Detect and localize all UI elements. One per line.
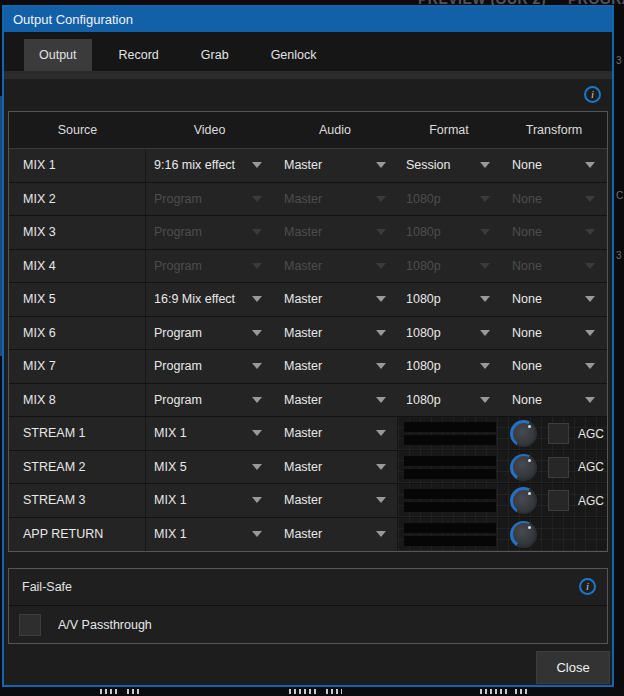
video-dropdown[interactable]: Program xyxy=(146,183,273,216)
table-row: MIX 8 Program Master 1080p None xyxy=(9,384,607,418)
volume-knob[interactable] xyxy=(510,487,537,514)
output-table: Source Video Audio Format Transform MIX … xyxy=(8,111,608,552)
close-button[interactable]: Close xyxy=(536,651,610,684)
chevron-down-icon xyxy=(252,464,262,470)
chevron-down-icon xyxy=(376,196,386,202)
tab-record[interactable]: Record xyxy=(104,39,174,71)
video-dropdown[interactable]: Program xyxy=(146,250,273,283)
chevron-down-icon xyxy=(376,330,386,336)
tab-output[interactable]: Output xyxy=(24,39,92,71)
audio-level-meter xyxy=(404,489,496,512)
audio-dropdown[interactable]: Master xyxy=(273,250,397,283)
video-dropdown[interactable]: MIX 1 xyxy=(146,518,273,552)
column-header-source: Source xyxy=(9,112,146,148)
transform-dropdown[interactable]: None xyxy=(501,183,607,216)
audio-dropdown[interactable]: Master xyxy=(273,183,397,216)
chevron-down-icon xyxy=(585,263,595,269)
info-icon[interactable]: i xyxy=(579,578,596,595)
audio-level-meter xyxy=(404,523,496,546)
audio-control-zone: AGC xyxy=(397,484,607,517)
info-icon[interactable]: i xyxy=(584,86,601,103)
chevron-down-icon xyxy=(480,397,490,403)
background-artifact: 3 xyxy=(616,250,622,261)
format-dropdown[interactable]: 1080p xyxy=(397,350,501,383)
chevron-down-icon xyxy=(252,397,262,403)
table-header-row: Source Video Audio Format Transform xyxy=(9,112,607,149)
source-label: STREAM 2 xyxy=(9,451,146,484)
volume-knob[interactable] xyxy=(510,420,537,447)
transform-dropdown[interactable]: None xyxy=(501,250,607,283)
transform-dropdown[interactable]: None xyxy=(501,283,607,316)
audio-dropdown[interactable]: Master xyxy=(273,283,397,316)
chevron-down-icon xyxy=(585,162,595,168)
chevron-down-icon xyxy=(376,162,386,168)
background-meter-strip xyxy=(0,687,624,696)
video-dropdown[interactable]: Program xyxy=(146,350,273,383)
column-header-video: Video xyxy=(146,112,273,148)
dialog-titlebar: Output Configuration xyxy=(4,7,612,32)
volume-knob[interactable] xyxy=(510,454,537,481)
chevron-down-icon xyxy=(585,296,595,302)
agc-checkbox[interactable] xyxy=(548,490,569,511)
tab-bar: Output Record Grab Genlock xyxy=(4,32,612,71)
table-row: APP RETURN MIX 1 Master xyxy=(9,518,607,552)
audio-dropdown[interactable]: Master xyxy=(273,484,397,517)
table-row: STREAM 3 MIX 1 Master AGC xyxy=(9,484,607,518)
transform-dropdown[interactable]: None xyxy=(501,149,607,182)
audio-dropdown[interactable]: Master xyxy=(273,384,397,417)
transform-dropdown[interactable]: None xyxy=(501,350,607,383)
tab-genlock[interactable]: Genlock xyxy=(256,39,332,71)
source-label: STREAM 3 xyxy=(9,484,146,517)
chevron-down-icon xyxy=(252,296,262,302)
format-dropdown[interactable]: 1080p xyxy=(397,183,501,216)
failsafe-panel: Fail-Safe i A/V Passthrough xyxy=(8,568,608,644)
chevron-down-icon xyxy=(585,330,595,336)
video-dropdown[interactable]: MIX 5 xyxy=(146,451,273,484)
audio-dropdown[interactable]: Master xyxy=(273,317,397,350)
output-configuration-dialog: Output Configuration Output Record Grab … xyxy=(2,5,614,687)
video-dropdown[interactable]: 16:9 Mix effect xyxy=(146,283,273,316)
transform-dropdown[interactable]: None xyxy=(501,216,607,249)
video-dropdown[interactable]: Program xyxy=(146,216,273,249)
audio-level-meter xyxy=(404,422,496,445)
chevron-down-icon xyxy=(252,330,262,336)
video-dropdown[interactable]: 9:16 mix effect xyxy=(146,149,273,182)
volume-knob[interactable] xyxy=(510,521,537,548)
transform-dropdown[interactable]: None xyxy=(501,384,607,417)
chevron-down-icon xyxy=(376,263,386,269)
table-row: MIX 1 9:16 mix effect Master Session Non… xyxy=(9,149,607,183)
table-row: MIX 6 Program Master 1080p None xyxy=(9,317,607,351)
video-dropdown[interactable]: MIX 1 xyxy=(146,484,273,517)
agc-label: AGC xyxy=(578,484,604,518)
source-label: STREAM 1 xyxy=(9,417,146,450)
format-dropdown[interactable]: 1080p xyxy=(397,317,501,350)
agc-checkbox[interactable] xyxy=(548,423,569,444)
chevron-down-icon xyxy=(252,229,262,235)
video-dropdown[interactable]: Program xyxy=(146,317,273,350)
tab-grab[interactable]: Grab xyxy=(186,39,244,71)
format-dropdown[interactable]: 1080p xyxy=(397,250,501,283)
format-dropdown[interactable]: 1080p xyxy=(397,283,501,316)
column-header-transform: Transform xyxy=(501,112,607,148)
video-dropdown[interactable]: Program xyxy=(146,384,273,417)
format-dropdown[interactable]: Session xyxy=(397,149,501,182)
audio-dropdown[interactable]: Master xyxy=(273,417,397,450)
audio-dropdown[interactable]: Master xyxy=(273,451,397,484)
av-passthrough-checkbox[interactable] xyxy=(19,614,41,636)
table-row: STREAM 2 MIX 5 Master AGC xyxy=(9,451,607,485)
agc-checkbox[interactable] xyxy=(548,457,569,478)
audio-dropdown[interactable]: Master xyxy=(273,216,397,249)
chevron-down-icon xyxy=(480,162,490,168)
transform-dropdown[interactable]: None xyxy=(501,317,607,350)
dialog-title: Output Configuration xyxy=(13,12,133,27)
audio-dropdown[interactable]: Master xyxy=(273,518,397,552)
audio-dropdown[interactable]: Master xyxy=(273,149,397,182)
chevron-down-icon xyxy=(252,363,262,369)
source-label: MIX 6 xyxy=(9,317,146,350)
chevron-down-icon xyxy=(376,497,386,503)
format-dropdown[interactable]: 1080p xyxy=(397,384,501,417)
video-dropdown[interactable]: MIX 1 xyxy=(146,417,273,450)
audio-dropdown[interactable]: Master xyxy=(273,350,397,383)
format-dropdown[interactable]: 1080p xyxy=(397,216,501,249)
source-label: MIX 7 xyxy=(9,350,146,383)
